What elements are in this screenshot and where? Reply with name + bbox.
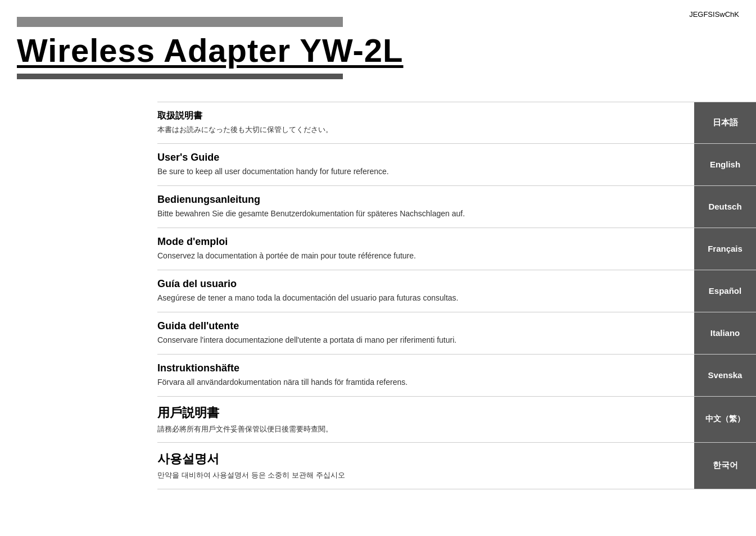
- entry-text-english: User's GuideBe sure to keep all user doc…: [157, 144, 694, 185]
- top-decorative-bar: [17, 17, 343, 27]
- lang-badge-espanol[interactable]: Español: [694, 270, 756, 312]
- entry-subtitle-francais: Conservez la documentation à portée de m…: [157, 250, 685, 262]
- language-list: 取扱説明書本書はお読みになった後も大切に保管してください。日本語User's G…: [157, 102, 756, 489]
- product-code: JEGFSISwChK: [689, 10, 739, 19]
- thick-decorative-bar: [17, 74, 343, 79]
- entry-subtitle-korean: 만약을 대비하여 사용설명서 등은 소중히 보관해 주십시오: [157, 470, 685, 481]
- language-entry-korean[interactable]: 사용설명서만약을 대비하여 사용설명서 등은 소중히 보관해 주십시오한국어: [157, 443, 756, 489]
- language-entry-english[interactable]: User's GuideBe sure to keep all user doc…: [157, 144, 756, 186]
- entry-text-italiano: Guida dell'utenteConservare l'intera doc…: [157, 312, 694, 354]
- entry-text-francais: Mode d'emploiConservez la documentation …: [157, 228, 694, 270]
- entry-title-english: User's Guide: [157, 152, 685, 163]
- lang-badge-japanese[interactable]: 日本語: [694, 102, 756, 143]
- entry-subtitle-english: Be sure to keep all user documentation h…: [157, 166, 685, 178]
- entry-title-espanol: Guía del usuario: [157, 278, 685, 290]
- entry-subtitle-espanol: Asegúrese de tener a mano toda la docume…: [157, 292, 685, 304]
- entry-subtitle-deutsch: Bitte bewahren Sie die gesamte Benutzerd…: [157, 208, 685, 220]
- entry-title-deutsch: Bedienungsanleitung: [157, 194, 685, 206]
- entry-title-japanese: 取扱説明書: [157, 110, 685, 122]
- lang-badge-italiano[interactable]: Italiano: [694, 312, 756, 354]
- language-entry-deutsch[interactable]: BedienungsanleitungBitte bewahren Sie di…: [157, 186, 756, 228]
- entry-subtitle-italiano: Conservare l'intera documentazione dell'…: [157, 334, 685, 346]
- language-entry-svenska[interactable]: InstruktionshäfteFörvara all användardok…: [157, 355, 756, 397]
- entry-title-korean: 사용설명서: [157, 451, 685, 467]
- language-entry-francais[interactable]: Mode d'emploiConservez la documentation …: [157, 228, 756, 270]
- language-entry-espanol[interactable]: Guía del usuarioAsegúrese de tener a man…: [157, 270, 756, 312]
- entry-text-svenska: InstruktionshäfteFörvara all användardok…: [157, 355, 694, 396]
- entry-title-francais: Mode d'emploi: [157, 236, 685, 248]
- product-title: Wireless Adapter YW-2L: [17, 31, 756, 69]
- entry-title-italiano: Guida dell'utente: [157, 320, 685, 332]
- lang-badge-francais[interactable]: Français: [694, 228, 756, 270]
- entry-subtitle-chinese: 請務必將所有用戶文件妥善保管以便日後需要時查閱。: [157, 424, 685, 435]
- lang-badge-chinese[interactable]: 中文（繁）: [694, 397, 756, 443]
- language-entry-japanese[interactable]: 取扱説明書本書はお読みになった後も大切に保管してください。日本語: [157, 102, 756, 144]
- language-entry-chinese[interactable]: 用戶説明書請務必將所有用戶文件妥善保管以便日後需要時查閱。中文（繁）: [157, 397, 756, 443]
- lang-badge-english[interactable]: English: [694, 144, 756, 185]
- entry-text-japanese: 取扱説明書本書はお読みになった後も大切に保管してください。: [157, 102, 694, 143]
- entry-title-svenska: Instruktionshäfte: [157, 362, 685, 374]
- lang-badge-korean[interactable]: 한국어: [694, 443, 756, 489]
- entry-text-korean: 사용설명서만약을 대비하여 사용설명서 등은 소중히 보관해 주십시오: [157, 443, 694, 489]
- lang-badge-svenska[interactable]: Svenska: [694, 355, 756, 396]
- entry-text-deutsch: BedienungsanleitungBitte bewahren Sie di…: [157, 186, 694, 228]
- lang-badge-deutsch[interactable]: Deutsch: [694, 186, 756, 228]
- entry-text-espanol: Guía del usuarioAsegúrese de tener a man…: [157, 270, 694, 312]
- language-entry-italiano[interactable]: Guida dell'utenteConservare l'intera doc…: [157, 312, 756, 355]
- entry-subtitle-japanese: 本書はお読みになった後も大切に保管してください。: [157, 124, 685, 135]
- entry-text-chinese: 用戶説明書請務必將所有用戶文件妥善保管以便日後需要時查閱。: [157, 397, 694, 443]
- entry-title-chinese: 用戶説明書: [157, 405, 685, 421]
- entry-subtitle-svenska: Förvara all användardokumentation nära t…: [157, 376, 685, 388]
